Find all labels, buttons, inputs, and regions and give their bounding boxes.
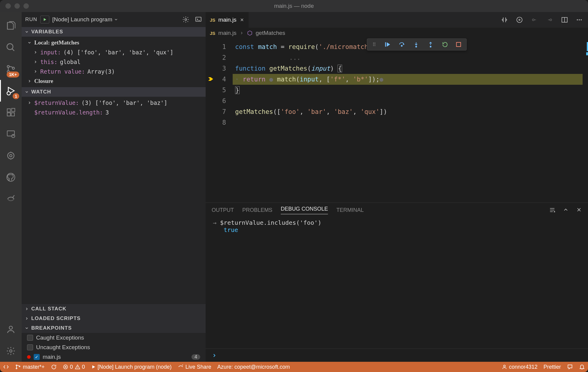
- traffic-lights: [5, 3, 29, 9]
- github-icon[interactable]: [0, 166, 22, 188]
- svg-point-12: [10, 154, 12, 157]
- feedback-icon[interactable]: [567, 364, 573, 370]
- continue-icon[interactable]: [384, 41, 390, 48]
- remote-icon[interactable]: [0, 123, 22, 145]
- more-icon[interactable]: [576, 17, 583, 23]
- compare-icon[interactable]: [501, 16, 508, 23]
- start-debug-button[interactable]: [40, 16, 49, 23]
- accounts-icon[interactable]: [0, 319, 22, 340]
- prev-change-icon[interactable]: [531, 16, 538, 23]
- step-into-icon[interactable]: [413, 41, 419, 48]
- clear-console-icon[interactable]: [549, 207, 556, 213]
- watch-tree: $returnValue: (3) ['foo', 'bar', 'baz'] …: [22, 97, 206, 118]
- checkbox-icon[interactable]: [27, 335, 33, 341]
- method-icon: [247, 30, 253, 36]
- execution-pointer-icon: [207, 76, 214, 82]
- debug-status[interactable]: [Node] Launch program (node): [91, 364, 172, 370]
- breadcrumb[interactable]: JS main.js getMatches: [206, 28, 588, 38]
- bell-icon[interactable]: [579, 364, 585, 370]
- debug-config-select[interactable]: [Node] Launch program: [52, 16, 118, 23]
- breakpoint-caught[interactable]: Caught Exceptions: [22, 333, 206, 343]
- breakpoint-file[interactable]: ✓ main.js 4: [22, 352, 206, 362]
- tab-terminal[interactable]: TERMINAL: [336, 207, 364, 213]
- variable-row[interactable]: input: (4) ['foo', 'bar', 'baz', 'qux']: [22, 47, 206, 57]
- svg-point-11: [8, 152, 14, 159]
- settings-gear-icon[interactable]: [0, 340, 22, 362]
- checkbox-icon[interactable]: ✓: [34, 354, 40, 360]
- breakpoint-uncaught[interactable]: Uncaught Exceptions: [22, 343, 206, 352]
- svg-point-14: [9, 326, 13, 329]
- gutter: 1234 5678: [206, 38, 233, 128]
- collapse-panel-icon[interactable]: [563, 207, 569, 213]
- search-icon[interactable]: [0, 37, 22, 58]
- breakpoints-section-header[interactable]: BREAKPOINTS: [22, 323, 206, 333]
- watch-section-header[interactable]: WATCH: [22, 87, 206, 97]
- code-lines: const match = require('./micromatch'); .…: [233, 38, 583, 128]
- svg-rect-5: [7, 109, 11, 112]
- step-out-icon[interactable]: [427, 41, 434, 48]
- run-debug-icon[interactable]: 1: [0, 80, 22, 102]
- restart-icon[interactable]: [442, 41, 448, 48]
- chevron-down-icon: [27, 41, 32, 45]
- fullscreen-window-button[interactable]: [23, 3, 29, 9]
- close-panel-icon[interactable]: [576, 207, 582, 213]
- liveshare-activity-icon[interactable]: [0, 188, 22, 210]
- source-control-icon[interactable]: 1K+: [0, 58, 22, 80]
- run-header: RUN [Node] Launch program: [22, 12, 206, 27]
- variable-row[interactable]: this: global: [22, 57, 206, 67]
- debug-toolbar[interactable]: ⠿: [367, 38, 467, 50]
- tab-problems[interactable]: PROBLEMS: [242, 207, 272, 213]
- prettier-status[interactable]: Prettier: [544, 364, 561, 370]
- close-tab-icon[interactable]: [240, 17, 244, 22]
- variables-section-header[interactable]: VARIABLES: [22, 27, 206, 37]
- problems-status[interactable]: 0 0: [63, 364, 85, 370]
- sync-status[interactable]: [51, 364, 57, 370]
- azure-status[interactable]: Azure: copeet@microsoft.com: [217, 364, 290, 370]
- variable-row[interactable]: Return value: Array(3): [22, 67, 206, 76]
- remote-status[interactable]: [3, 364, 9, 370]
- minimap[interactable]: [583, 38, 588, 128]
- close-window-button[interactable]: [5, 3, 11, 9]
- breakpoint-dot-icon: [27, 355, 31, 359]
- loaded-scripts-section-header[interactable]: LOADED SCRIPTS: [22, 314, 206, 323]
- input-arrow-icon: →: [213, 219, 216, 226]
- debug-config-label: [Node] Launch program: [52, 16, 112, 23]
- svg-point-31: [16, 368, 17, 369]
- extensions-icon[interactable]: [0, 102, 22, 123]
- tab-main-js[interactable]: JS main.js: [206, 12, 249, 28]
- step-over-icon[interactable]: [398, 41, 405, 48]
- svg-rect-26: [385, 42, 386, 47]
- code-editor[interactable]: 1234 5678 const match = require('./micro…: [206, 38, 588, 128]
- debug-sidebar: RUN [Node] Launch program VARIABLES: [22, 12, 206, 362]
- debug-console-icon[interactable]: [195, 16, 202, 23]
- svg-point-27: [401, 45, 403, 47]
- svg-rect-8: [12, 108, 15, 112]
- tab-output[interactable]: OUTPUT: [212, 207, 234, 213]
- user-status[interactable]: connor4312: [502, 364, 537, 370]
- next-change-icon[interactable]: [546, 16, 553, 23]
- svg-rect-17: [196, 17, 201, 21]
- activity-bar: 1K+ 1: [0, 12, 22, 362]
- explorer-icon[interactable]: [0, 15, 22, 37]
- gear-icon[interactable]: [182, 16, 189, 23]
- stop-icon[interactable]: [456, 42, 461, 47]
- js-file-icon: JS: [210, 17, 215, 23]
- run-label: RUN: [25, 17, 37, 23]
- callstack-section-header[interactable]: CALL STACK: [22, 304, 206, 314]
- minimize-window-button[interactable]: [14, 3, 20, 9]
- variables-scope[interactable]: Local: getMatches: [22, 38, 206, 47]
- debug-console-input[interactable]: [206, 349, 588, 362]
- status-bar: master*+ 0 0 [Node] Launch program (node…: [0, 362, 588, 372]
- closure-row[interactable]: Closure: [22, 76, 206, 86]
- split-editor-icon[interactable]: [561, 16, 568, 23]
- watch-row[interactable]: $returnValue.length: 3: [22, 108, 206, 117]
- debug-badge: 1: [13, 93, 19, 99]
- watch-row[interactable]: $returnValue: (3) ['foo', 'bar', 'baz']: [22, 98, 206, 108]
- tab-debug-console[interactable]: DEBUG CONSOLE: [281, 206, 328, 214]
- checkbox-icon[interactable]: [27, 344, 33, 350]
- git-branch-status[interactable]: master*+: [15, 364, 45, 370]
- liveshare-status[interactable]: Live Share: [178, 364, 211, 370]
- gitlens-icon[interactable]: [0, 145, 22, 166]
- drag-handle-icon[interactable]: ⠿: [372, 42, 376, 47]
- git-icon[interactable]: [516, 16, 523, 23]
